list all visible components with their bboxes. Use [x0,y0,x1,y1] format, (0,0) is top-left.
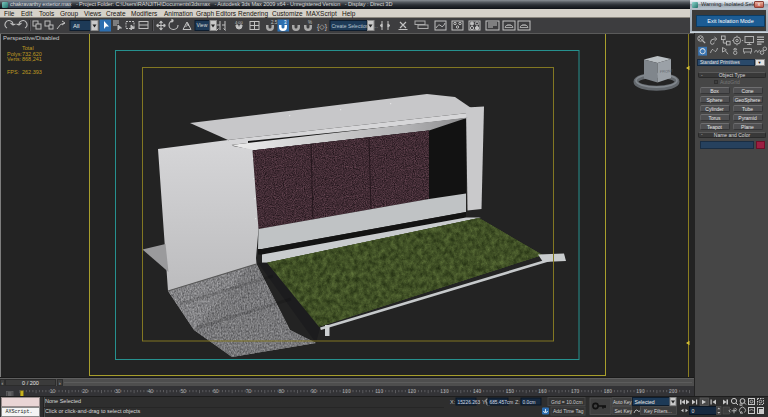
svg-text:685.457cm: 685.457cm [490,400,514,405]
svg-text:{◇}: {◇} [317,23,328,31]
svg-text:Grid = 10.0cm: Grid = 10.0cm [551,399,583,405]
svg-text:Auto Key: Auto Key [613,400,632,405]
svg-text:4:00: 4:00 [235,20,244,25]
svg-text:Selected: Selected [635,399,655,405]
svg-text:0: 0 [692,408,695,414]
svg-text:Set Key: Set Key [615,408,633,414]
svg-text:15226.263: 15226.263 [458,400,481,405]
svg-text:2.5: 2.5 [271,20,278,25]
svg-text:X:: X: [450,399,456,405]
svg-text:View: View [197,22,208,28]
svg-text:0.0cm: 0.0cm [523,400,536,405]
svg-text:Add Time Tag: Add Time Tag [553,408,584,414]
svg-text:Y:: Y: [482,399,487,405]
svg-text:%: % [308,20,312,25]
svg-text:All: All [73,23,80,29]
svg-text:Z:: Z: [515,399,520,405]
svg-text:Key Filters...: Key Filters... [644,408,672,414]
